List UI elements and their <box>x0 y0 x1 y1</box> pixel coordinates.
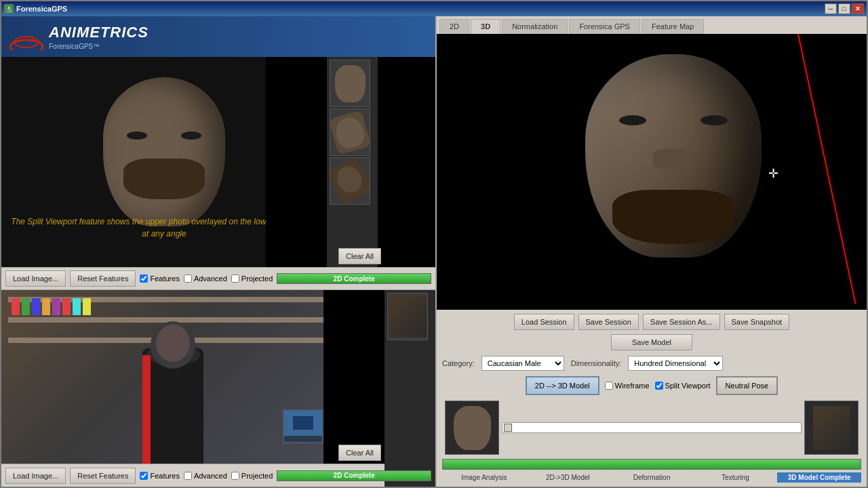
comp-thumb-right <box>804 401 859 455</box>
upper-thumbnail-strip <box>327 57 378 267</box>
wireframe-checkbox[interactable] <box>605 382 613 390</box>
features-checkbox-label-upper[interactable]: Features <box>140 274 179 283</box>
lower-controls-row: Load Image... Reset Features Features Ad… <box>1 464 435 487</box>
upper-thumb-2[interactable] <box>330 108 370 156</box>
comp-face-left <box>454 406 491 450</box>
upper-black-area <box>266 57 327 267</box>
clear-all-upper-container: Clear All <box>338 248 381 264</box>
save-snapshot-button[interactable]: Save Snapshot <box>724 314 790 330</box>
advanced-checkbox-label-lower[interactable]: Advanced <box>184 472 227 480</box>
advanced-checkbox-lower[interactable] <box>184 472 192 480</box>
bottom-progress-fill <box>443 460 861 469</box>
comp-face-right <box>813 406 850 450</box>
viewport-background: ✛ <box>437 34 867 310</box>
window-controls: ─ □ ✕ <box>825 3 864 14</box>
scene-figure <box>136 321 210 464</box>
category-label: Category: <box>442 359 475 367</box>
products-row <box>12 298 91 315</box>
dimensionality-label: Dimensionality: <box>571 359 622 367</box>
comp-thumb-left <box>445 401 499 455</box>
session-buttons-row: Load Session Save Session Save Session A… <box>442 314 861 330</box>
tabs-row: 2D 3D Normalization Forensica GPS Featur… <box>437 16 867 34</box>
lower-progress-bar: 2D Complete <box>277 470 431 481</box>
projected-checkbox-label-lower[interactable]: Projected <box>231 472 273 480</box>
step-image-analysis: Image Analysis <box>442 472 526 483</box>
tab-feature-map[interactable]: Feature Map <box>642 19 704 34</box>
logo-arc-icon <box>9 23 43 50</box>
bottom-progress-bar <box>442 459 861 470</box>
app-icon: 🔬 <box>4 4 14 14</box>
main-content: ANIMETRICS ForensicaGPS™ <box>1 16 867 487</box>
features-checkbox-lower[interactable] <box>140 472 148 480</box>
lower-black-area <box>323 290 384 464</box>
viewport-3d: x:-5 y:44 z:-6 <box>437 34 867 310</box>
upper-thumb-1[interactable] <box>330 60 370 107</box>
split-viewport-checkbox-label[interactable]: Split Viewport <box>655 382 711 390</box>
projected-checkbox-lower[interactable] <box>231 472 239 480</box>
title-text: ForensicaGPS <box>16 5 825 13</box>
clear-all-upper-button[interactable]: Clear All <box>338 248 381 264</box>
svg-point-0 <box>10 40 43 50</box>
move-cursor-icon: ✛ <box>768 166 778 181</box>
step-texturing: Texturing <box>694 472 778 483</box>
red-diagonal-line <box>797 34 856 304</box>
face-3d-shape <box>578 54 768 285</box>
left-panel: ANIMETRICS ForensicaGPS™ <box>1 16 435 487</box>
features-checkbox-label-lower[interactable]: Features <box>140 472 179 480</box>
load-session-button[interactable]: Load Session <box>514 314 574 330</box>
upper-progress-bar: 2D Complete <box>277 273 431 284</box>
load-image-upper-button[interactable]: Load Image... <box>5 270 66 287</box>
save-session-as-button[interactable]: Save Session As... <box>643 314 720 330</box>
upper-viewport: The Split Viewport feature shows the upp… <box>1 57 435 267</box>
lower-thumb-1[interactable] <box>387 293 428 340</box>
upper-controls-row: Load Image... Reset Features Features Ad… <box>1 267 435 290</box>
wireframe-checkbox-label[interactable]: Wireframe <box>605 382 650 390</box>
brand-name: ANIMETRICS <box>49 24 149 41</box>
save-session-button[interactable]: Save Session <box>578 314 639 330</box>
model-2d-3d-button[interactable]: 2D --> 3D Model <box>526 376 599 395</box>
model-buttons-row: Save Model <box>442 334 861 350</box>
slider-thumb[interactable] <box>504 424 512 432</box>
lower-image-area <box>1 290 384 464</box>
tab-normalization[interactable]: Normalization <box>502 19 568 34</box>
projected-checkbox-upper[interactable] <box>231 274 239 283</box>
maximize-button[interactable]: □ <box>838 3 850 14</box>
logo-text-group: ANIMETRICS ForensicaGPS™ <box>49 24 149 50</box>
bottom-controls: Load Session Save Session Save Session A… <box>437 310 867 487</box>
tab-2d[interactable]: 2D <box>439 19 469 34</box>
load-image-lower-button[interactable]: Load Image... <box>5 468 66 484</box>
features-checkbox-upper[interactable] <box>140 274 148 283</box>
upper-progress-label: 2D Complete <box>277 274 431 283</box>
laptop-screen <box>283 409 323 443</box>
step-deformation: Deformation <box>610 472 694 483</box>
dimensionality-select[interactable]: Hundred DimensionalFifty DimensionalTwen… <box>628 356 723 371</box>
upper-image-area: The Split Viewport feature shows the upp… <box>1 57 327 267</box>
lower-viewport: Clear All <box>1 290 435 464</box>
upper-thumb-3[interactable] <box>330 157 370 205</box>
save-model-button[interactable]: Save Model <box>611 334 692 350</box>
face-3d-render: ✛ <box>437 34 867 310</box>
category-select[interactable]: Caucasian MaleCaucasian FemaleAfrican Ma… <box>481 356 564 371</box>
tab-forensica-gps[interactable]: Forensica GPS <box>569 19 640 34</box>
tab-3d[interactable]: 3D <box>471 19 500 34</box>
advanced-checkbox-label-upper[interactable]: Advanced <box>184 274 227 283</box>
step-3d-complete: 3D Model Complete <box>777 472 861 483</box>
step-labels: Image Analysis 2D->3D Model Deformation … <box>442 472 861 483</box>
step-2d-3d-model: 2D->3D Model <box>526 472 610 483</box>
projected-checkbox-label-upper[interactable]: Projected <box>231 274 273 283</box>
clear-all-lower-button[interactable]: Clear All <box>338 445 381 461</box>
comparison-slider[interactable] <box>502 422 802 433</box>
title-bar: 🔬 ForensicaGPS ─ □ ✕ <box>1 1 867 16</box>
neutral-pose-button[interactable]: Neutral Pose <box>716 376 778 395</box>
reset-features-upper-button[interactable]: Reset Features <box>70 270 136 287</box>
reset-features-lower-button[interactable]: Reset Features <box>70 468 136 484</box>
lower-progress-label: 2D Complete <box>277 471 431 481</box>
split-viewport-checkbox[interactable] <box>655 382 663 390</box>
comparison-strip <box>442 401 861 455</box>
close-button[interactable]: ✕ <box>852 3 864 14</box>
lower-thumbnail-strip <box>384 290 435 487</box>
right-panel: 2D 3D Normalization Forensica GPS Featur… <box>435 16 867 487</box>
advanced-checkbox-upper[interactable] <box>184 274 192 283</box>
minimize-button[interactable]: ─ <box>825 3 837 14</box>
view-options-row: 2D --> 3D Model Wireframe Split Viewport… <box>442 376 861 395</box>
